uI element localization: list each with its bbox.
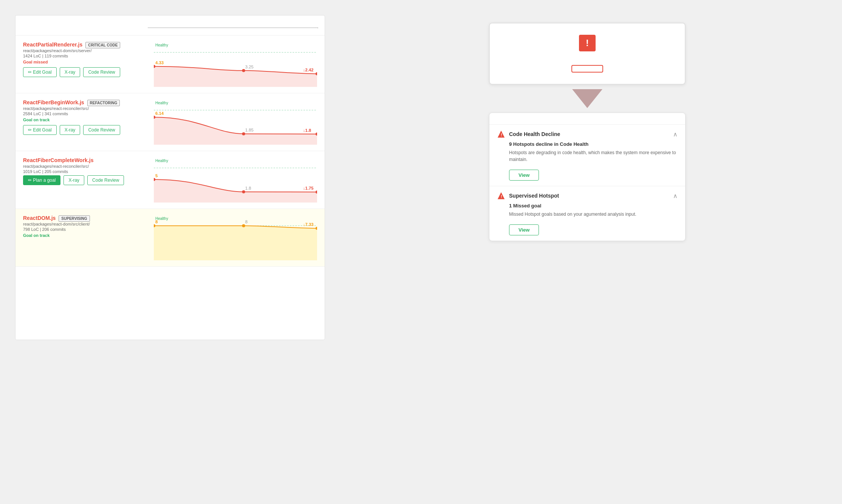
hotspot-panel: → ReactPartialRenderer.js CRITICAL CODE … — [15, 15, 325, 340]
notif-item-0: ! Code Health Decline ∧ 9 Hotspots decli… — [489, 125, 685, 186]
btn-tertiary-1[interactable]: Code Review — [83, 125, 120, 135]
hotspot-path-2: react/packages/react-reconciler/src/ — [23, 164, 148, 169]
sparkline-svg-3: 8 8 ↓7.33 — [154, 215, 317, 260]
svg-text:5: 5 — [155, 173, 158, 178]
healthy-label-3: Healthy — [155, 216, 168, 221]
btn-primary-2[interactable]: ✏ Plan a goal — [23, 175, 60, 185]
svg-point-9 — [242, 132, 245, 135]
hotspot-badge-1: REFACTORING — [87, 100, 120, 106]
danger-view-button[interactable] — [571, 65, 603, 73]
notif-item-1: ! Supervised Hotspot ∧ 1 Missed goal Mis… — [489, 186, 685, 235]
hotspot-meta-0: 1424 LoC | 119 commits — [23, 54, 148, 58]
svg-text:↓1.75: ↓1.75 — [303, 186, 314, 190]
svg-point-2 — [242, 69, 245, 72]
hotspot-item-0: ReactPartialRenderer.js CRITICAL CODE re… — [15, 36, 325, 93]
sparkline-0: Healthy 4.33 3.25 ↓2.42 — [154, 42, 317, 87]
healthy-label-0: Healthy — [155, 43, 168, 47]
notif-title-left-1: ! Supervised Hotspot — [497, 192, 559, 200]
sparkline-3: Healthy 8 8 ↓7.33 — [154, 215, 317, 260]
svg-point-16 — [242, 190, 245, 193]
goal-status-0: Goal missed — [23, 60, 148, 64]
healthy-label-2: Healthy — [155, 159, 168, 163]
svg-text:↓1.8: ↓1.8 — [303, 128, 311, 133]
hotspot-badge-0: CRITICAL CODE — [85, 42, 120, 48]
hotspot-path-0: react/packages/react-dom/src/server/ — [23, 48, 148, 53]
svg-text:1.85: 1.85 — [245, 128, 254, 132]
hotspot-path-1: react/packages/react-reconciler/src/ — [23, 106, 148, 111]
hotspot-label — [15, 15, 325, 22]
hotspot-info-0: ReactPartialRenderer.js CRITICAL CODE re… — [23, 42, 148, 77]
svg-text:8: 8 — [245, 220, 248, 224]
svg-text:4.33: 4.33 — [155, 60, 164, 65]
timeline-header: → — [15, 22, 325, 36]
notif-title-row-1: ! Supervised Hotspot ∧ — [489, 186, 685, 203]
right-panel: ! Code Health Decline ∧ 9 Hotspots decli… — [348, 15, 827, 241]
hotspot-name-3: ReactDOM.js — [23, 215, 56, 221]
chevron-up-0[interactable]: ∧ — [673, 131, 678, 138]
danger-card — [489, 23, 686, 85]
error-notifications: ! Code Health Decline ∧ 9 Hotspots decli… — [489, 113, 686, 241]
svg-text:!: ! — [501, 194, 502, 199]
goal-status-1: Goal on track — [23, 117, 148, 122]
hotspot-item-3: ReactDOM.js SUPERVISING react/packages/r… — [15, 209, 325, 267]
hotspot-item-1: ReactFiberBeginWork.js REFACTORING react… — [15, 93, 325, 151]
notif-title-row-0: ! Code Health Decline ∧ — [489, 125, 685, 141]
danger-icon — [579, 35, 596, 51]
notif-title-text-1: Supervised Hotspot — [509, 193, 559, 199]
btn-tertiary-0[interactable]: Code Review — [83, 67, 120, 77]
hotspot-info-1: ReactFiberBeginWork.js REFACTORING react… — [23, 99, 148, 135]
hotspot-actions-0: ✏ Edit Goal X-ray Code Review — [23, 67, 148, 77]
sparkline-svg-1: 6.14 1.85 ↓1.8 — [154, 99, 317, 145]
btn-tertiary-2[interactable]: Code Review — [87, 175, 124, 185]
notif-subtitle-1: 1 Missed goal — [489, 203, 685, 211]
notif-title-text-0: Code Health Decline — [509, 131, 560, 137]
error-notifications-header — [489, 113, 685, 125]
btn-primary-0[interactable]: ✏ Edit Goal — [23, 67, 57, 77]
hotspot-actions-1: ✏ Edit Goal X-ray Code Review — [23, 125, 148, 135]
notif-body-1: Missed Hotspot goals based on your agume… — [489, 211, 685, 222]
svg-point-23 — [242, 224, 245, 227]
hotspot-path-3: react/packages/react-dom/src/client/ — [23, 222, 148, 226]
warning-icon-1: ! — [497, 192, 505, 200]
hotspot-item-2: ReactFiberCompleteWork.js react/packages… — [15, 151, 325, 209]
btn-secondary-2[interactable]: X-ray — [63, 175, 84, 185]
sparkline-2: Healthy 5 1.8 ↓1.75 — [154, 157, 317, 203]
notif-title-left-0: ! Code Health Decline — [497, 130, 560, 138]
sparkline-svg-0: 4.33 3.25 ↓2.42 — [154, 42, 317, 87]
chevron-up-1[interactable]: ∧ — [673, 192, 678, 199]
hotspot-actions-2: ✏ Plan a goal X-ray Code Review — [23, 175, 148, 185]
hotspot-meta-1: 2584 LoC | 341 commits — [23, 111, 148, 116]
hotspot-name-2: ReactFiberCompleteWork.js — [23, 157, 93, 163]
notif-view-button-1[interactable]: View — [509, 224, 539, 235]
notif-subtitle-0: 9 Hotspots decline in Code Health — [489, 141, 685, 149]
btn-secondary-0[interactable]: X-ray — [60, 67, 80, 77]
hotspot-list: ReactPartialRenderer.js CRITICAL CODE re… — [15, 36, 325, 267]
sparkline-svg-2: 5 1.8 ↓1.75 — [154, 157, 317, 203]
hotspot-meta-3: 798 LoC | 206 commits — [23, 227, 148, 232]
btn-primary-1[interactable]: ✏ Edit Goal — [23, 125, 57, 135]
svg-text:3.25: 3.25 — [245, 65, 254, 69]
notif-list: ! Code Health Decline ∧ 9 Hotspots decli… — [489, 125, 685, 235]
svg-text:↓7.33: ↓7.33 — [303, 222, 314, 227]
timeline-arrow: → — [314, 25, 319, 31]
sparkline-1: Healthy 6.14 1.85 ↓1.8 — [154, 99, 317, 145]
notif-body-0: Hotspots are degrading in code health, w… — [489, 149, 685, 167]
hotspot-info-3: ReactDOM.js SUPERVISING react/packages/r… — [23, 215, 148, 241]
svg-text:1.8: 1.8 — [245, 186, 251, 190]
arrow-connector — [572, 86, 602, 111]
goal-status-3: Goal on track — [23, 233, 148, 238]
hotspot-name-0: ReactPartialRenderer.js — [23, 42, 82, 48]
svg-text:↓2.42: ↓2.42 — [303, 68, 314, 72]
svg-text:6.14: 6.14 — [155, 111, 164, 116]
btn-secondary-1[interactable]: X-ray — [60, 125, 80, 135]
hotspot-meta-2: 1019 LoC | 205 commits — [23, 169, 148, 174]
notif-view-button-0[interactable]: View — [509, 170, 539, 181]
warning-icon-0: ! — [497, 130, 505, 138]
hotspot-info-2: ReactFiberCompleteWork.js react/packages… — [23, 157, 148, 185]
timeline-line — [148, 28, 317, 28]
svg-text:!: ! — [501, 133, 502, 137]
hotspot-name-1: ReactFiberBeginWork.js — [23, 99, 84, 105]
hotspot-badge-3: SUPERVISING — [59, 215, 90, 222]
healthy-label-1: Healthy — [155, 101, 168, 105]
